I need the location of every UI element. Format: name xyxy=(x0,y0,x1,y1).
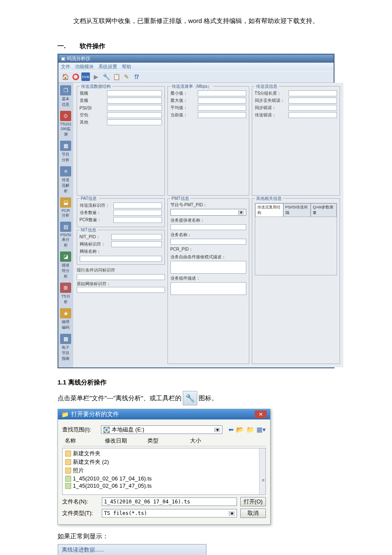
app-menubar[interactable]: 文件 功能模块 系统设置 帮助 xyxy=(58,63,334,71)
back-icon[interactable]: ⬅ xyxy=(228,426,234,434)
cancel-button[interactable]: 取消 xyxy=(240,509,266,518)
cas-field[interactable] xyxy=(77,274,165,280)
progress-window: 离线读进数据...... 初始化数据................ OK! 正… xyxy=(58,544,207,555)
sidebar-item[interactable]: ⊙TS101 290监测 xyxy=(60,111,72,137)
sidebar-item[interactable]: ◪描述符分析 xyxy=(60,251,72,279)
dropdown-icon[interactable]: ▼ xyxy=(238,210,244,215)
null-field[interactable] xyxy=(107,112,162,118)
svcname-field[interactable] xyxy=(170,239,246,245)
sidebar-item[interactable]: ⊞TS分析 xyxy=(60,283,72,305)
list-item[interactable]: 照片 xyxy=(63,466,265,475)
menu-file[interactable]: 文件 xyxy=(61,64,70,69)
other-field[interactable] xyxy=(107,119,162,125)
app-main: 传送流数据结构 视频 音频 PSI/SI 空包 其他 传送流速率（Mbps） 最… xyxy=(73,83,343,367)
help-icon[interactable]: ⁉ xyxy=(133,72,141,81)
sidebar-item[interactable]: ❐基本信息 xyxy=(60,85,72,107)
list-item[interactable]: 1_45(2010_02_06 17_04_16).ts xyxy=(63,475,265,482)
list-item[interactable]: 新建文件夹 xyxy=(63,449,265,458)
stream-icon: ≡ xyxy=(60,166,71,176)
max-field[interactable] xyxy=(198,98,246,104)
tab-mux[interactable]: 传送流复用结构 xyxy=(255,203,283,217)
filetype-select[interactable]: TS files(*.ts) ▼ xyxy=(102,509,237,517)
menu-help[interactable]: 帮助 xyxy=(122,64,131,69)
sidebar-item[interactable]: ▦节目分析 xyxy=(60,141,72,163)
synclost-field[interactable] xyxy=(288,98,337,104)
drive-select[interactable]: 💽 本地磁盘 (E:) ▼ xyxy=(101,425,222,434)
tab-interval[interactable]: PSI/SI传送间隔 xyxy=(283,203,311,217)
up-icon[interactable]: 📂 xyxy=(236,426,244,434)
close-icon[interactable]: ✕ xyxy=(255,410,267,418)
psi-icon: ▤ xyxy=(60,222,71,232)
menu-module[interactable]: 功能模块 xyxy=(75,64,94,69)
folder-icon: 📁 xyxy=(61,411,69,418)
list-item[interactable]: 新建文件夹 (2) xyxy=(63,458,265,466)
list-item[interactable]: 1_45(2010_02_06 17_47_05).ts xyxy=(63,482,265,489)
home-icon[interactable]: 🏠 xyxy=(61,72,69,81)
app-sidebar: ❐基本信息 ⊙TS101 290监测 ▦节目分析 ≡传送流解析 ⬓PCR分析 ▤… xyxy=(58,83,73,367)
analyzer-window: ▣ 码流分析仪 文件 功能模块 系统设置 帮助 🏠 ⭕ DVB ▶ 🔧 📋 ✎ … xyxy=(58,54,334,368)
sidebar-item[interactable]: ⬓PCR分析 xyxy=(60,197,72,218)
menu-settings[interactable]: 系统设置 xyxy=(98,64,117,69)
dropdown-icon[interactable]: ▼ xyxy=(214,428,220,432)
file-open-dialog: 📁 打开要分析的文件 ✕ 查找范围(I): 💽 本地磁盘 (E:) ▼ ⬅ 📂 … xyxy=(58,409,271,525)
provider-field[interactable] xyxy=(170,224,246,230)
group-info: 传送流信息 TS分组长度： 同步丢失错误： 同步错误： 传送错误： xyxy=(252,86,340,196)
sidebar-item[interactable]: ≡传送流解析 xyxy=(60,166,72,194)
result-text: 如果正常则显示： xyxy=(58,532,334,541)
tsid-field[interactable] xyxy=(113,202,162,208)
open-button[interactable]: 打开(O) xyxy=(240,497,266,506)
netid-field[interactable] xyxy=(111,241,162,247)
info-icon: ❐ xyxy=(60,85,71,95)
offline-analysis-icon: 🔧 xyxy=(183,391,197,405)
tab-qam[interactable]: QAM参数测量 xyxy=(311,203,336,217)
dialog-titlebar: 📁 打开要分析的文件 ✕ xyxy=(58,409,270,419)
ts-file-icon xyxy=(65,476,71,482)
svcnum-field[interactable] xyxy=(113,210,162,216)
dropdown-icon[interactable]: ▼ xyxy=(229,511,235,516)
edit-icon[interactable]: ✎ xyxy=(122,72,131,81)
analyze-icon[interactable]: 🔧 xyxy=(102,72,110,81)
syncerr-field[interactable] xyxy=(288,105,337,111)
video-field[interactable] xyxy=(107,90,162,96)
new-folder-icon[interactable]: 📁 xyxy=(246,426,254,434)
ts-file-icon xyxy=(65,483,71,489)
desc-icon: ◪ xyxy=(60,251,71,262)
group-struct: 传送流数据结构 视频 音频 PSI/SI 空包 其他 xyxy=(77,86,165,196)
scroll-marker: ≡ xyxy=(262,477,265,483)
filename-input[interactable] xyxy=(102,497,237,506)
phys-icon: ◈ xyxy=(60,308,71,318)
app-icon: ▣ xyxy=(61,56,65,61)
pcrnum-field[interactable] xyxy=(113,217,162,223)
file-list[interactable]: 新建文件夹 新建文件夹 (2) 照片 1_45(2010_02_06 17_04… xyxy=(62,448,266,495)
min-field[interactable] xyxy=(198,90,246,96)
views-icon[interactable]: ▦▾ xyxy=(257,426,266,434)
dvb-icon[interactable]: DVB xyxy=(81,72,90,81)
filetype-label: 文件类型(T): xyxy=(62,509,98,517)
transerr-field[interactable] xyxy=(288,112,337,118)
progress-title: 离线读进数据...... xyxy=(58,545,206,555)
group-pat: PAT信息 传送流标识符： 业务数量： PCR数量： xyxy=(77,198,165,227)
scrollbar[interactable] xyxy=(259,448,265,494)
record-icon[interactable]: ⭕ xyxy=(71,72,80,81)
onid-field[interactable] xyxy=(77,287,165,293)
filename-label: 文件名(N): xyxy=(62,498,98,506)
list-icon[interactable]: 📋 xyxy=(112,72,121,81)
sidebar-item[interactable]: ▤PSI/SI表分析 xyxy=(60,222,72,248)
section-heading: 一.软件操作 xyxy=(58,42,334,50)
sidebar-item[interactable]: ◈物理编码 xyxy=(60,308,72,330)
sidebar-item[interactable]: ▩电子节目指南 xyxy=(60,334,72,361)
play-icon[interactable]: ▶ xyxy=(92,72,100,81)
group-nit: NIT信息 NIT_PID： 网络标识符： 网络名称： xyxy=(77,230,165,265)
app-titlebar: ▣ 码流分析仪 xyxy=(58,55,334,63)
tslen-field[interactable] xyxy=(288,90,337,96)
psi-field[interactable] xyxy=(107,105,162,111)
folder-icon xyxy=(65,451,71,457)
file-list-header: 名称 修改日期 类型 大小 xyxy=(62,436,266,446)
cur-field[interactable] xyxy=(198,112,246,118)
audio-field[interactable] xyxy=(107,98,162,104)
group-rate: 传送流速率（Mbps） 最小值： 最大值： 平均值： 当前值： xyxy=(167,86,249,196)
nitpid-field[interactable] xyxy=(111,234,162,240)
netname-field[interactable] xyxy=(80,256,162,262)
avg-field[interactable] xyxy=(198,105,246,111)
monitor-icon: ⊙ xyxy=(60,111,71,121)
